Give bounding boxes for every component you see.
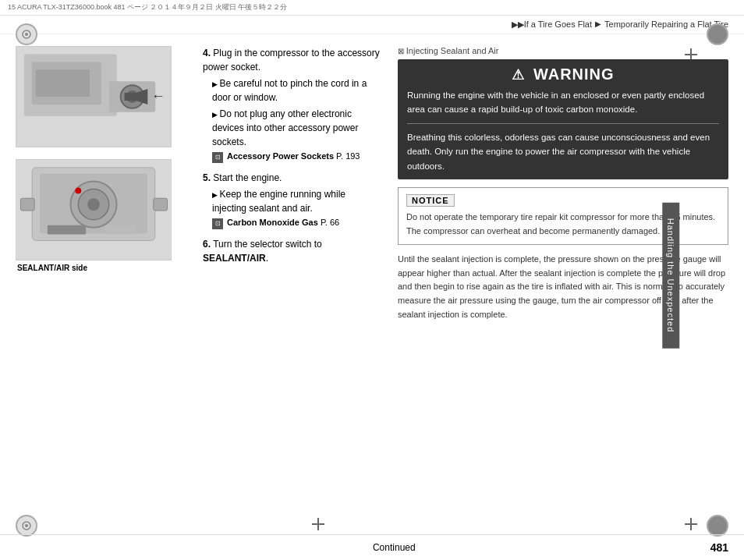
bottom-bar: Continued 481 [0,534,744,560]
corner-decoration-tr [707,23,728,45]
step-4-number: 4. [203,48,211,58]
step-4: 4. Plug in the compressor to the accesso… [203,46,382,163]
step-5-text: Start the engine. [213,172,282,183]
right-column: Injecting Sealant and Air ⚠ WARNING Runn… [398,46,728,505]
svg-point-22 [75,187,81,193]
corner-decoration-bl [16,515,37,537]
warning-title: ⚠ WARNING [407,66,719,83]
warning-box: ⚠ WARNING Running the engine with the ve… [398,59,728,179]
svg-point-1 [25,33,28,36]
accessory-power-sockets-label: Accessory Power Sockets [227,151,334,161]
step-5-number: 5. [203,172,211,183]
sealant-air-image [16,159,172,261]
step-4-text: Plug in the compressor to the accessory … [203,48,380,73]
svg-rect-7 [36,69,90,97]
warning-separator [407,123,719,124]
svg-rect-23 [20,198,34,211]
step-4-ref1: ⊡ Accessory Power Sockets P. 193 [203,151,382,163]
car-interior-svg: ← [16,46,171,147]
svg-rect-12 [125,93,140,101]
svg-text:←: ← [151,88,165,104]
corner-decoration-br [707,515,728,537]
svg-rect-20 [48,225,86,235]
step-6-bold: SEALANT/AIR [203,253,266,264]
step-5-ref2: ⊡ Carbon Monoxide Gas P. 66 [203,218,382,229]
step-4-sub1: Be careful not to pinch the cord in a do… [203,76,382,105]
svg-rect-21 [105,225,136,235]
image-caption: SEALANT/AIR side [16,264,187,272]
breadcrumb-part1: ▶▶If a Tire Goes Flat [512,19,592,30]
step-5: 5. Start the engine. Keep the engine run… [203,171,382,229]
svg-rect-24 [154,198,168,211]
breadcrumb-arrow: ▶ [595,19,601,30]
sidebar-tab: Handling the Unexpected [663,203,680,349]
step-4-ref1-page: P. 193 [336,151,360,161]
main-content: ← SEALA [0,34,744,516]
warning-paragraph-1: Running the engine with the vehicle in a… [407,88,719,117]
page-number: 481 [710,541,728,554]
svg-point-3 [25,524,28,527]
instructions-column: 4. Plug in the compressor to the accesso… [203,46,382,505]
car-interior-image: ← [16,46,172,147]
step-6: 6. Turn the selector switch to SEALANT/A… [203,237,382,265]
breadcrumb: ▶▶If a Tire Goes Flat ▶ Temporarily Repa… [0,16,744,34]
step-4-sub2: Do not plug any other electronic devices… [203,107,382,149]
corner-decoration-tl [16,23,37,45]
svg-point-19 [87,198,100,211]
step-5-ref2-page: P. 66 [321,218,339,227]
sealant-air-svg [16,160,172,260]
step-5-sub1: Keep the engine running while injecting … [203,187,382,215]
step-6-text: Turn the selector switch to SEALANT/AIR. [203,239,322,264]
injecting-section-header: Injecting Sealant and Air [398,46,728,55]
file-info-bar: 15 ACURA TLX-31TZ36000.book 481 ページ ２０１４… [0,0,744,16]
warning-triangle-icon: ⚠ [512,66,525,83]
cross-mark-bl [312,518,324,530]
ref-icon-1: ⊡ [212,152,223,163]
cross-mark-br [685,518,697,530]
left-column: ← SEALA [16,46,187,505]
ref-icon-2: ⊡ [212,218,223,229]
warning-paragraph-2: Breathing this colorless, odorless gas c… [407,130,719,173]
step-6-number: 6. [203,239,211,250]
carbon-monoxide-gas-label: Carbon Monoxide Gas [227,218,318,227]
notice-title: NOTICE [406,194,455,207]
continued-label: Continued [373,542,416,553]
